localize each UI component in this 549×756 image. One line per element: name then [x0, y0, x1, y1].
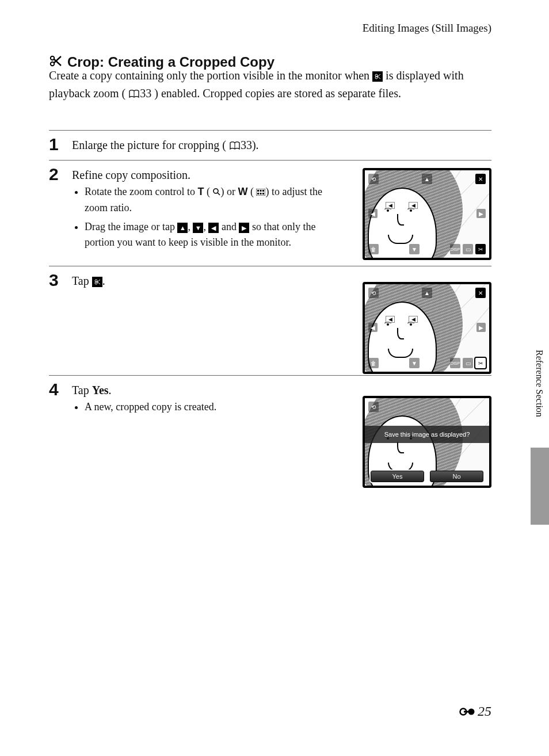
- svg-rect-7: [260, 190, 262, 192]
- bullet-item: Drag the image or tap ▲, ▼, ◀ and ▶ so t…: [85, 219, 344, 250]
- focus-mark-icon: ◀: [409, 316, 418, 323]
- svg-rect-9: [257, 193, 259, 194]
- manual-page: Editing Images (Still Images) Crop: Crea…: [0, 0, 549, 756]
- page-number: 25: [459, 704, 491, 719]
- intro-text: ) enabled. Cropped copies are stored as …: [154, 87, 401, 100]
- crop-mode-icon: [372, 71, 383, 82]
- crop-icon[interactable]: ✂: [475, 244, 486, 254]
- screen-mock-refine: ◀ ◀ ⟲ ▲ ✕ ◀ ▶ 🗑 ▼ DISP ▭ ✂: [363, 168, 491, 260]
- step-text: ).: [252, 139, 259, 151]
- disp-icon[interactable]: DISP: [450, 244, 460, 254]
- focus-mark-icon: ◀: [386, 202, 395, 209]
- breadcrumb: Editing Images (Still Images): [363, 22, 491, 35]
- focus-mark-icon: ◀: [386, 316, 395, 323]
- intro-paragraph: Create a copy containing only the portio…: [49, 67, 492, 102]
- focus-mark-icon: ◀: [409, 202, 418, 209]
- step-text: Enlarge the picture for cropping (: [72, 139, 226, 151]
- no-button[interactable]: No: [430, 471, 483, 482]
- step-number: 2: [49, 164, 72, 184]
- bullet-item: Rotate the zoom control to T ( ) or W ( …: [85, 184, 344, 216]
- confirm-dialog-text: Save this image as displayed?: [365, 426, 489, 443]
- page-ref: 33: [140, 87, 151, 100]
- step-text: .: [109, 384, 112, 396]
- back-icon[interactable]: ⟲: [368, 174, 379, 184]
- back-icon[interactable]: ⟲: [368, 402, 379, 412]
- svg-point-4: [214, 189, 218, 193]
- magnifier-icon: [212, 185, 220, 200]
- disp-icon[interactable]: DISP: [450, 358, 460, 368]
- arrow-left-icon: ◀: [208, 223, 219, 233]
- step-number: 4: [49, 379, 72, 399]
- svg-rect-6: [257, 190, 259, 192]
- step-bullets: Rotate the zoom control to T ( ) or W ( …: [85, 184, 344, 250]
- svg-rect-10: [260, 193, 262, 194]
- yes-button[interactable]: Yes: [371, 471, 424, 482]
- screen-mock-crop: ◀ ◀ ⟲ ▲ ✕ ◀ ▶ 🗑 ▼ DISP ▭ ✂: [363, 282, 491, 374]
- step-text: Tap: [72, 384, 92, 396]
- side-tab: Reference Section: [531, 350, 549, 525]
- step-text: Tap: [72, 274, 92, 287]
- arrow-up-icon: ▲: [177, 223, 188, 233]
- yes-label: Yes: [92, 384, 109, 396]
- arrow-down-icon[interactable]: ▼: [409, 358, 420, 368]
- arrow-up-icon[interactable]: ▲: [422, 288, 432, 298]
- crop-button-icon: [92, 277, 102, 287]
- page-number-text: 25: [478, 704, 491, 719]
- step-1: 1 Enlarge the picture for cropping ( 33)…: [49, 130, 491, 160]
- svg-rect-8: [262, 190, 264, 192]
- page-ref: 33: [241, 139, 252, 151]
- step-number: 1: [49, 134, 72, 154]
- step-bullets: A new, cropped copy is created.: [85, 399, 344, 415]
- overview-icon[interactable]: ▭: [463, 358, 473, 368]
- side-tab-bg: [531, 448, 549, 525]
- crop-icon[interactable]: ✂: [475, 358, 486, 368]
- arrow-down-icon: ▼: [193, 223, 203, 233]
- book-ref-icon: [229, 141, 241, 150]
- step-number: 3: [49, 270, 72, 289]
- bullet-item: A new, cropped copy is created.: [85, 399, 344, 415]
- svg-rect-16: [464, 711, 471, 712]
- section-link-icon: [459, 707, 475, 717]
- back-icon[interactable]: ⟲: [368, 288, 379, 298]
- arrow-down-icon[interactable]: ▼: [409, 244, 420, 254]
- close-icon[interactable]: ✕: [475, 288, 486, 298]
- svg-rect-5: [256, 189, 265, 196]
- trash-icon[interactable]: 🗑: [368, 244, 379, 254]
- overview-icon[interactable]: ▭: [463, 244, 473, 254]
- trash-icon[interactable]: 🗑: [368, 358, 379, 368]
- thumbnail-grid-icon: [256, 185, 265, 200]
- side-tab-label: Reference Section: [534, 350, 544, 417]
- arrow-up-icon[interactable]: ▲: [422, 174, 432, 184]
- intro-text: Create a copy containing only the portio…: [49, 69, 372, 82]
- book-ref-icon: [128, 89, 140, 98]
- arrow-right-icon: ▶: [239, 223, 249, 233]
- svg-rect-11: [262, 193, 264, 194]
- screen-mock-confirm: ⟲ Save this image as displayed? Yes No: [363, 396, 491, 488]
- step-text: .: [102, 274, 105, 287]
- close-icon[interactable]: ✕: [475, 174, 486, 184]
